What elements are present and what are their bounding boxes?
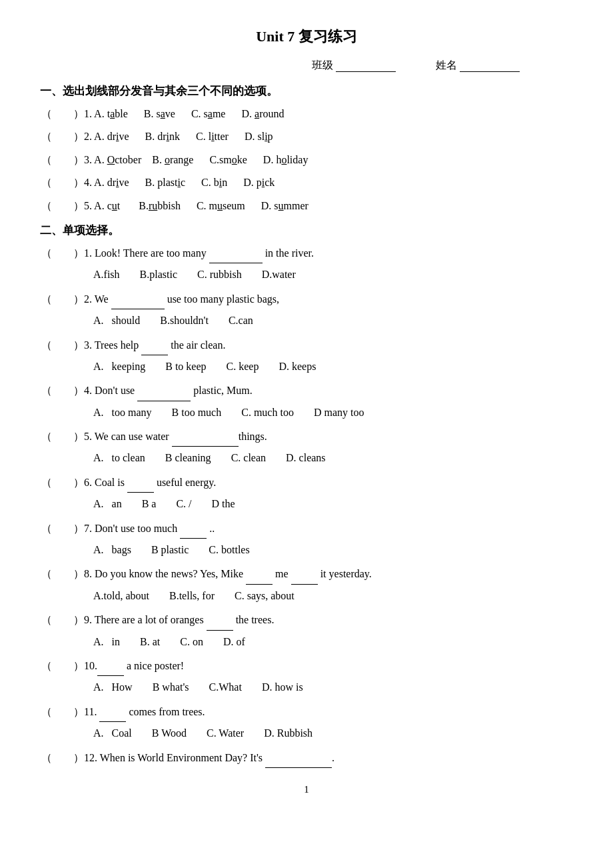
s2-q10: （ ）10. a nice poster! A. How B what's C.…: [40, 656, 573, 698]
option: A. Coal: [93, 723, 132, 743]
blank: [127, 482, 154, 493]
paren: （: [40, 105, 53, 124]
blank: [209, 253, 263, 263]
option: B a: [142, 494, 157, 514]
option: A. keeping: [93, 357, 145, 377]
option: D. how is: [262, 677, 303, 697]
class-label: 班级: [312, 59, 333, 73]
header-row: 班级 姓名: [40, 59, 573, 73]
option: B.shouldn't: [160, 311, 209, 331]
option: A. How: [93, 677, 133, 697]
blank: [111, 299, 165, 309]
s1-q5: （ ）5. A. cut B.rubbish C. museum D. summ…: [40, 196, 573, 216]
s2-q4: （ ）4. Don't use plastic, Mum. A. too man…: [40, 381, 573, 423]
option: C. keep: [227, 357, 259, 377]
option: C. Water: [207, 723, 244, 743]
option: B Wood: [152, 723, 187, 743]
option: B too much: [172, 403, 222, 423]
s2-q11: （ ）11. comes from trees. A. Coal B Wood …: [40, 702, 573, 744]
option: D the: [212, 494, 235, 514]
section2-title: 二、单项选择。: [40, 223, 573, 238]
name-label: 姓名: [436, 59, 457, 73]
s1-q2: （ ）2. A. drive B. drink C. litter D. sli…: [40, 127, 573, 147]
option: B.plastic: [140, 265, 177, 285]
page-number: 1: [40, 784, 573, 795]
s2-q8: （ ）8. Do you know the news? Yes, Mike me…: [40, 564, 573, 606]
s2-q6: （ ）6. Coal is useful energy. A. an B a C…: [40, 473, 573, 515]
name-field: 姓名: [436, 59, 520, 73]
s1-q2-row: （ ）2. A. drive B. drink C. litter D. sli…: [40, 127, 573, 147]
s2-q9: （ ）9. There are a lot of oranges the tre…: [40, 610, 573, 652]
option: D. of: [223, 632, 245, 652]
option: B what's: [153, 677, 189, 697]
blank: [291, 574, 318, 585]
blank: [180, 528, 207, 539]
option: A. bags: [93, 540, 131, 560]
s2-q7: （ ）7. Don't use too much .. A. bags B pl…: [40, 519, 573, 561]
option: D many too: [314, 403, 364, 423]
s1-q4-row: （ ）4. A. drive B. plastic C. bin D. pick: [40, 173, 573, 193]
blank: [137, 391, 191, 401]
option: A. to clean: [93, 448, 145, 468]
option: C. rubbish: [197, 265, 242, 285]
class-field: 班级: [312, 59, 396, 73]
option: D.water: [262, 265, 296, 285]
option: D. Rubbish: [264, 723, 312, 743]
blank: [207, 620, 233, 631]
option: B to keep: [165, 357, 206, 377]
option: C. on: [180, 632, 203, 652]
option: B cleaning: [165, 448, 211, 468]
s1-q3-row: （ ）3. A. October B. orange C.smoke D. ho…: [40, 150, 573, 170]
s1-q1: （ ）1. A. table B. save C. same D. around: [40, 104, 573, 124]
option: C. bottles: [209, 540, 249, 560]
page-title: Unit 7 复习练习: [40, 27, 573, 47]
option: C.What: [209, 677, 242, 697]
blank: [246, 574, 273, 585]
s2-q5: （ ）5. We can use water things. A. to cle…: [40, 427, 573, 469]
s1-q4: （ ）4. A. drive B. plastic C. bin D. pick: [40, 173, 573, 193]
s2-q2: （ ）2. We use too many plastic bags, A. s…: [40, 289, 573, 331]
name-input: [460, 60, 520, 72]
class-input: [336, 60, 396, 72]
option: B plastic: [151, 540, 189, 560]
s1-q5-row: （ ）5. A. cut B.rubbish C. museum D. summ…: [40, 196, 573, 216]
option: A. should: [93, 311, 140, 331]
section1-title: 一、选出划线部分发音与其余三个不同的选项。: [40, 83, 573, 99]
option: B.tells, for: [169, 586, 215, 606]
s1-q1-row: （ ）1. A. table B. save C. same D. around: [40, 104, 573, 124]
s2-q1: （ ）1. Look! There are too many in the ri…: [40, 243, 573, 285]
option: C. clean: [231, 448, 266, 468]
blank: [172, 436, 239, 447]
option: C.can: [229, 311, 253, 331]
option: C. says, about: [235, 586, 295, 606]
option: A. too many: [93, 403, 152, 423]
option: D. cleans: [286, 448, 326, 468]
blank: [141, 345, 168, 355]
option: A. in: [93, 632, 120, 652]
s2-q12: （ ）12. When is World Environment Day? It…: [40, 748, 573, 768]
blank: [99, 711, 126, 722]
option: A.told, about: [93, 586, 149, 606]
s1-q3: （ ）3. A. October B. orange C.smoke D. ho…: [40, 150, 573, 170]
s2-q3: （ ）3. Trees help the air clean. A. keepi…: [40, 335, 573, 377]
option: C. /: [176, 494, 191, 514]
option: A. an: [93, 494, 122, 514]
option: B. at: [140, 632, 160, 652]
blank: [265, 757, 332, 768]
option: A.fish: [93, 265, 120, 285]
option: C. much too: [241, 403, 294, 423]
blank: [97, 665, 124, 676]
option: D. keeps: [279, 357, 316, 377]
